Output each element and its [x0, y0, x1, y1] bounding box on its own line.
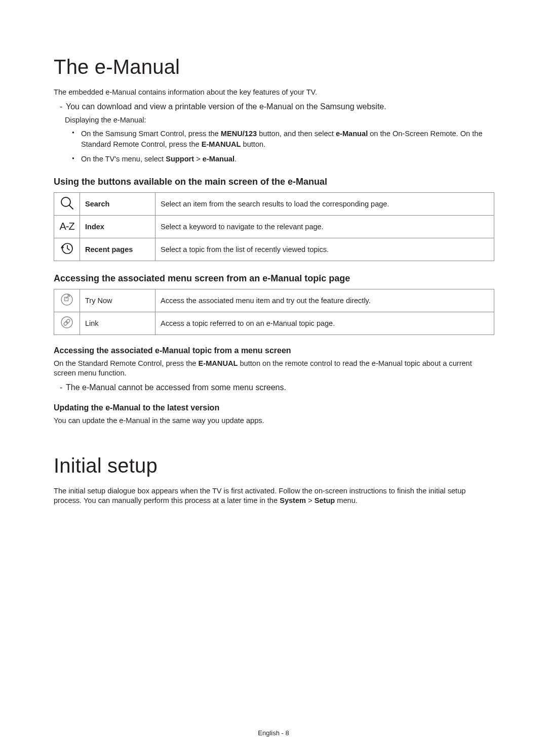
displaying-list: On the Samsung Smart Control, press the … [54, 129, 494, 164]
page-footer: English - 8 [0, 729, 547, 737]
cell-label: Recent pages [80, 238, 155, 261]
bold-e-manual: e-Manual [203, 155, 235, 163]
subc-para: On the Standard Remote Control, press th… [54, 359, 494, 379]
cell-label: Try Now [80, 289, 155, 312]
table-row: Try Now Access the associated menu item … [54, 289, 494, 312]
cell-icon [54, 192, 80, 215]
table-row: A-Z Index Select a keyword to navigate t… [54, 215, 494, 238]
cell-label: Index [80, 215, 155, 238]
svg-point-3 [61, 294, 72, 305]
svg-line-1 [69, 205, 73, 209]
heading-the-e-manual: The e-Manual [54, 56, 494, 78]
txt: . [235, 155, 237, 163]
table-main-buttons: Search Select an item from the search re… [54, 192, 494, 261]
txt: On the Standard Remote Control, press th… [54, 359, 199, 367]
try-now-icon [60, 293, 73, 306]
note-download-text: You can download and view a printable ve… [66, 102, 386, 111]
initial-setup-para: The initial setup dialogue box appears w… [54, 486, 494, 506]
svg-point-6 [61, 317, 72, 328]
cell-desc: Access a topic referred to on an e-Manua… [155, 312, 494, 334]
footer-page-number: 8 [285, 729, 289, 737]
bold-e-manual: e-Manual [336, 130, 368, 138]
txt: On the Samsung Smart Control, press the [81, 130, 221, 138]
table-row: Link Access a topic referred to on an e-… [54, 312, 494, 334]
cell-icon: A-Z [54, 215, 80, 238]
txt: The e-Manual cannot be accessed from som… [66, 383, 286, 392]
heading-accessing-topic-from-menu: Accessing the associated e-Manual topic … [54, 346, 494, 355]
bold-setup: Setup [315, 496, 335, 505]
recent-history-icon [59, 241, 74, 256]
cell-desc: Select a topic from the list of recently… [155, 238, 494, 261]
subc-note: - The e-Manual cannot be accessed from s… [54, 383, 286, 392]
txt: On the TV's menu, select [81, 155, 166, 163]
table-row: Search Select an item from the search re… [54, 192, 494, 215]
cell-icon [54, 289, 80, 312]
txt: The initial setup dialogue box appears w… [54, 487, 465, 505]
gt: > [194, 155, 203, 163]
table-row: Recent pages Select a topic from the lis… [54, 238, 494, 261]
bold-menu123: MENU/123 [221, 130, 257, 138]
displaying-item-2: On the TV's menu, select Support > e-Man… [81, 154, 494, 164]
footer-sep: - [280, 729, 286, 737]
txt: button. [241, 140, 266, 148]
intro-text: The embedded e-Manual contains informati… [54, 88, 494, 97]
heading-updating-emanual: Updating the e-Manual to the latest vers… [54, 403, 494, 412]
heading-accessing-menu-from-topic: Accessing the associated menu screen fro… [54, 273, 494, 284]
search-icon [59, 195, 74, 211]
txt: menu. [335, 496, 358, 505]
heading-initial-setup: Initial setup [54, 454, 494, 477]
cell-desc: Select an item from the search results t… [155, 192, 494, 215]
cell-desc: Access the associated menu item and try … [155, 289, 494, 312]
cell-label: Search [80, 192, 155, 215]
txt: button, and then select [257, 130, 336, 138]
cell-icon [54, 238, 80, 261]
index-az-icon: A-Z [59, 221, 74, 232]
note-download: - You can download and view a printable … [54, 102, 386, 111]
bold-e-manual-uc: E-MANUAL [199, 359, 238, 367]
heading-using-buttons: Using the buttons available on the main … [54, 177, 494, 187]
cell-icon [54, 312, 80, 334]
table-topic-buttons: Try Now Access the associated menu item … [54, 289, 494, 335]
displaying-item-1: On the Samsung Smart Control, press the … [81, 129, 494, 150]
subd-para: You can update the e-Manual in the same … [54, 416, 494, 426]
footer-language: English [258, 729, 280, 737]
displaying-label: Displaying the e-Manual: [54, 115, 494, 125]
bold-system: System [280, 496, 306, 505]
cell-label: Link [80, 312, 155, 334]
bold-e-manual-uc: E-MANUAL [202, 140, 241, 148]
gt: > [306, 496, 315, 505]
bold-support: Support [166, 155, 194, 163]
cell-desc: Select a keyword to navigate to the rele… [155, 215, 494, 238]
svg-rect-8 [65, 319, 70, 324]
link-icon [60, 316, 73, 329]
svg-line-5 [66, 295, 69, 299]
